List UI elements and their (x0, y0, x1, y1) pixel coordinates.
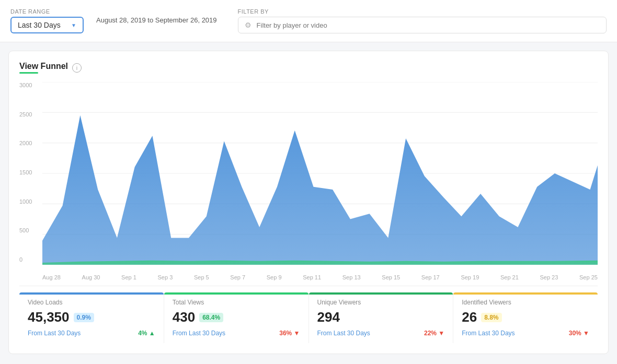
stat-label: Unique Viewers (317, 299, 445, 306)
stat-change: 4% ▲ (138, 330, 155, 337)
title-underline (19, 72, 38, 74)
date-range-button[interactable]: Last 30 Days ▼ (10, 17, 84, 33)
arrow-down-icon: 22% ▼ (424, 330, 444, 337)
main-card: View Funnel i 3000 2500 2000 1500 1000 5… (8, 51, 609, 354)
stat-value: 294 (317, 309, 340, 325)
top-bar: Date Range Last 30 Days ▼ August 28, 201… (0, 0, 617, 42)
stat-value: 430 (173, 309, 195, 325)
stat-change: 22% ▼ (424, 330, 444, 337)
card-title-row: View Funnel i (19, 62, 598, 74)
card-title: View Funnel (19, 62, 68, 71)
stat-card-3: Identified Viewers268.8%From Last 30 Day… (453, 292, 598, 343)
filter-group: Filter by ⚙ (238, 8, 607, 33)
stat-value: 26 (462, 309, 477, 325)
stat-card-1: Total Views43068.4%From Last 30 Days36% … (164, 292, 309, 343)
chevron-down-icon: ▼ (71, 22, 76, 28)
stat-label: Identified Viewers (462, 299, 589, 306)
stats-row: Video Loads45,3500.9%From Last 30 Days4%… (19, 286, 598, 343)
date-range-group: Date Range Last 30 Days ▼ (10, 8, 84, 33)
stat-card-0: Video Loads45,3500.9%From Last 30 Days4%… (19, 292, 164, 343)
card-title-block: View Funnel (19, 62, 68, 74)
stat-from-label: From Last 30 Days (173, 330, 225, 337)
chart-svg (42, 82, 598, 265)
date-display: August 28, 2019 to September 26, 2019 (96, 16, 217, 26)
stat-label: Total Views (173, 299, 300, 306)
stat-from-label: From Last 30 Days (317, 330, 370, 337)
filter-icon: ⚙ (245, 21, 252, 29)
filter-input[interactable] (257, 21, 600, 29)
stat-card-2: Unique Viewers294From Last 30 Days22% ▼ (309, 292, 454, 343)
stat-badge: 68.4% (199, 313, 223, 322)
stat-value: 45,350 (28, 309, 70, 325)
stat-change: 36% ▼ (279, 330, 300, 337)
arrow-up-icon: 4% ▲ (138, 330, 155, 337)
info-icon[interactable]: i (72, 63, 82, 73)
date-range-label: Date Range (10, 8, 84, 15)
chart-area: 3000 2500 2000 1500 1000 500 0 (19, 82, 598, 280)
stat-from-label: From Last 30 Days (28, 330, 81, 337)
y-axis-labels: 3000 2500 2000 1500 1000 500 0 (19, 82, 42, 265)
stat-badge: 8.8% (481, 313, 501, 322)
arrow-down-icon: 30% ▼ (569, 330, 589, 337)
arrow-down-icon: 36% ▼ (279, 330, 300, 337)
x-axis-labels: Aug 28 Aug 30 Sep 1 Sep 3 Sep 5 Sep 7 Se… (19, 272, 598, 280)
filter-label: Filter by (238, 8, 607, 15)
stat-change: 30% ▼ (569, 330, 589, 337)
stat-from-label: From Last 30 Days (462, 330, 515, 337)
filter-input-wrapper: ⚙ (238, 17, 607, 33)
stat-label: Video Loads (28, 299, 155, 306)
stat-badge: 0.9% (74, 313, 94, 322)
date-range-value: Last 30 Days (18, 21, 61, 29)
